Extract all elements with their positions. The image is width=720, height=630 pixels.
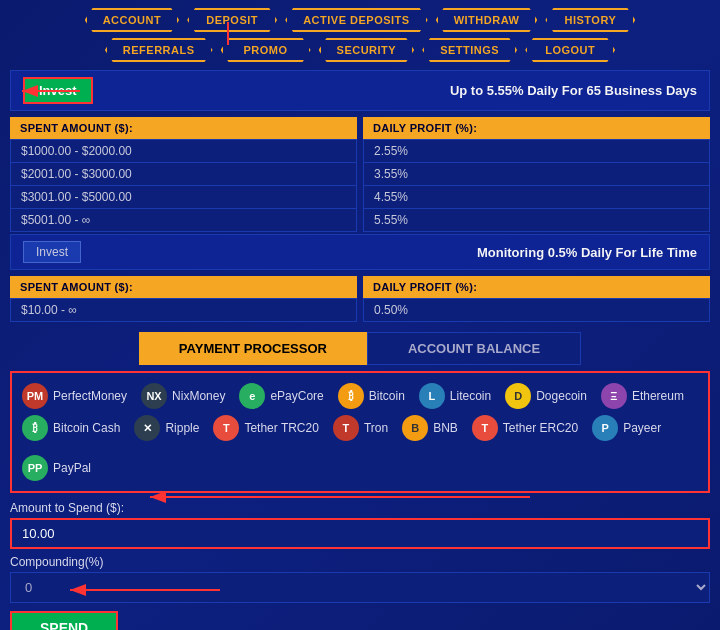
plan2-profit-header: DAILY PROFIT (%): — [363, 276, 710, 298]
payment-item-ripple[interactable]: ✕Ripple — [134, 415, 199, 441]
table-row: 3.55% — [364, 163, 709, 186]
payment-processors-section: PMPerfectMoneyNXNixMoneyeePayCore₿Bitcoi… — [10, 371, 710, 493]
plan2-profit: DAILY PROFIT (%): 0.50% — [363, 276, 710, 322]
payment-icon: e — [239, 383, 265, 409]
payment-item-bitcoin-cash[interactable]: ₿Bitcoin Cash — [22, 415, 120, 441]
payment-icon: T — [213, 415, 239, 441]
amount-input[interactable] — [10, 518, 710, 549]
invest-footer-button[interactable]: Invest — [23, 241, 81, 263]
table-row: 4.55% — [364, 186, 709, 209]
nav-btn-logout[interactable]: LOGOUT — [525, 38, 615, 62]
nav-btn-referrals[interactable]: REFERRALS — [105, 38, 213, 62]
payment-item-nixmoney[interactable]: NXNixMoney — [141, 383, 225, 409]
payment-label: NixMoney — [172, 389, 225, 403]
nav-btn-history[interactable]: HISTORY — [545, 8, 635, 32]
table-row: $5001.00 - ∞ — [11, 209, 356, 231]
plan2-spent-body: $10.00 - ∞ — [10, 298, 357, 322]
plan1-profit: DAILY PROFIT (%): 2.55% 3.55% 4.55% 5.55… — [363, 117, 710, 232]
payment-item-ethereum[interactable]: ΞEthereum — [601, 383, 684, 409]
plan1-profit-header: DAILY PROFIT (%): — [363, 117, 710, 139]
nav-btn-settings[interactable]: SETTINGS — [422, 38, 517, 62]
payment-icon: D — [505, 383, 531, 409]
payment-label: Bitcoin Cash — [53, 421, 120, 435]
nav-btn-deposit[interactable]: DEPOSIT — [187, 8, 277, 32]
payment-icon: T — [333, 415, 359, 441]
table-row: $1000.00 - $2000.00 — [11, 140, 356, 163]
table-row: 0.50% — [364, 299, 709, 321]
payment-item-tether-erc20[interactable]: TTether ERC20 — [472, 415, 578, 441]
nav-btn-security[interactable]: SECURITY — [319, 38, 415, 62]
plan1-profit-body: 2.55% 3.55% 4.55% 5.55% — [363, 139, 710, 232]
nav-row-2: REFERRALSPROMOSECURITYSETTINGSLOGOUT — [10, 38, 710, 62]
compound-label: Compounding(%) — [10, 555, 710, 569]
payment-item-tether-trc20[interactable]: TTether TRC20 — [213, 415, 318, 441]
payment-icon: PM — [22, 383, 48, 409]
payment-item-dogecoin[interactable]: DDogecoin — [505, 383, 587, 409]
payment-label: Tether ERC20 — [503, 421, 578, 435]
nav-btn-account[interactable]: ACCOUNT — [85, 8, 180, 32]
main-content: Invest Up to 5.55% Daily For 65 Business… — [0, 66, 720, 630]
plan2-table: SPENT AMOUNT ($): $10.00 - ∞ DAILY PROFI… — [10, 276, 710, 322]
payment-label: PayPal — [53, 461, 91, 475]
invest-tagline: Up to 5.55% Daily For 65 Business Days — [450, 83, 697, 98]
table-row: $10.00 - ∞ — [11, 299, 356, 321]
nav-btn-withdraw[interactable]: WITHDRAW — [436, 8, 538, 32]
payment-icon: ₿ — [22, 415, 48, 441]
payment-label: BNB — [433, 421, 458, 435]
payment-icon: B — [402, 415, 428, 441]
payment-icon: NX — [141, 383, 167, 409]
payment-item-litecoin[interactable]: LLitecoin — [419, 383, 491, 409]
plan2-profit-body: 0.50% — [363, 298, 710, 322]
payment-label: Ethereum — [632, 389, 684, 403]
navigation: ACCOUNTDEPOSITACTIVE DEPOSITSWITHDRAWHIS… — [0, 0, 720, 66]
payment-item-bnb[interactable]: BBNB — [402, 415, 458, 441]
payment-item-paypal[interactable]: PPPayPal — [22, 455, 91, 481]
payment-row-1: PMPerfectMoneyNXNixMoneyeePayCore₿Bitcoi… — [22, 383, 698, 409]
nav-row-1: ACCOUNTDEPOSITACTIVE DEPOSITSWITHDRAWHIS… — [10, 8, 710, 32]
payment-label: PerfectMoney — [53, 389, 127, 403]
payment-icon: Ξ — [601, 383, 627, 409]
table-row: $2001.00 - $3000.00 — [11, 163, 356, 186]
payment-icon: T — [472, 415, 498, 441]
tab-account-balance[interactable]: ACCOUNT BALANCE — [367, 332, 581, 365]
payment-item-perfectmoney[interactable]: PMPerfectMoney — [22, 383, 127, 409]
payment-label: Tron — [364, 421, 388, 435]
payment-icon: L — [419, 383, 445, 409]
payment-icon: ✕ — [134, 415, 160, 441]
payment-icon: ₿ — [338, 383, 364, 409]
tabs-container: PAYMENT PROCESSOR ACCOUNT BALANCE — [10, 332, 710, 365]
invest-header-bar: Invest Up to 5.55% Daily For 65 Business… — [10, 70, 710, 111]
payment-label: Bitcoin — [369, 389, 405, 403]
payment-item-epaycore[interactable]: eePayCore — [239, 383, 323, 409]
payment-item-bitcoin[interactable]: ₿Bitcoin — [338, 383, 405, 409]
table-row: 5.55% — [364, 209, 709, 231]
payment-label: Tether TRC20 — [244, 421, 318, 435]
plan1-spent-header: SPENT AMOUNT ($): — [10, 117, 357, 139]
invest-top-button[interactable]: Invest — [23, 77, 93, 104]
plan2-spent: SPENT AMOUNT ($): $10.00 - ∞ — [10, 276, 357, 322]
payment-item-tron[interactable]: TTron — [333, 415, 388, 441]
payment-label: Litecoin — [450, 389, 491, 403]
nav-btn-active-deposits[interactable]: ACTIVE DEPOSITS — [285, 8, 428, 32]
table-row: $3001.00 - $5000.00 — [11, 186, 356, 209]
plan1-spent: SPENT AMOUNT ($): $1000.00 - $2000.00 $2… — [10, 117, 357, 232]
invest-footer-bar: Invest Monitoring 0.5% Daily For Life Ti… — [10, 234, 710, 270]
payment-icon: P — [592, 415, 618, 441]
payment-label: Dogecoin — [536, 389, 587, 403]
plan2-spent-header: SPENT AMOUNT ($): — [10, 276, 357, 298]
monitoring-text: Monitoring 0.5% Daily For Life Time — [477, 245, 697, 260]
payment-item-payeer[interactable]: PPayeer — [592, 415, 661, 441]
table-row: 2.55% — [364, 140, 709, 163]
payment-icon: PP — [22, 455, 48, 481]
tab-payment-processor[interactable]: PAYMENT PROCESSOR — [139, 332, 367, 365]
amount-label: Amount to Spend ($): — [10, 501, 710, 515]
plan1-spent-body: $1000.00 - $2000.00 $2001.00 - $3000.00 … — [10, 139, 357, 232]
compound-select[interactable]: 0 25 50 75 100 — [10, 572, 710, 603]
payment-label: ePayCore — [270, 389, 323, 403]
nav-btn-promo[interactable]: PROMO — [221, 38, 311, 62]
payment-row-2: ₿Bitcoin Cash✕RippleTTether TRC20TTronBB… — [22, 415, 698, 481]
payment-label: Payeer — [623, 421, 661, 435]
spend-button[interactable]: SPEND — [10, 611, 118, 630]
payment-label: Ripple — [165, 421, 199, 435]
plan1-table: SPENT AMOUNT ($): $1000.00 - $2000.00 $2… — [10, 117, 710, 232]
